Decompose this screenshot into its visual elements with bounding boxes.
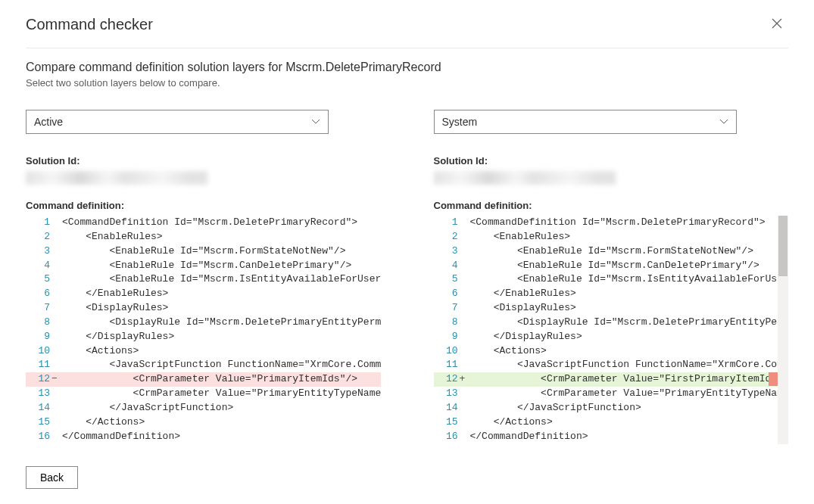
code-line: 7 <DisplayRules> xyxy=(434,301,778,316)
close-icon xyxy=(772,17,782,32)
code-line: 12 <CrmParameter Value="PrimaryItemIds"/… xyxy=(26,372,381,387)
code-line: 14 </JavaScriptFunction> xyxy=(434,401,778,415)
line-number: 12 xyxy=(434,372,470,387)
line-number: 9 xyxy=(434,330,470,344)
code-text: <DisplayRules> xyxy=(62,301,381,316)
line-number: 15 xyxy=(434,415,470,430)
code-line: 3 <EnableRule Id="Mscrm.FormStateNotNew"… xyxy=(434,244,778,259)
code-line: 5 <EnableRule Id="Mscrm.IsEntityAvailabl… xyxy=(434,272,778,287)
code-line: 4 <EnableRule Id="Mscrm.CanDeletePrimary… xyxy=(26,259,381,273)
code-text: </JavaScriptFunction> xyxy=(470,401,778,415)
solution-id-label: Solution Id: xyxy=(26,155,381,166)
code-text: </EnableRules> xyxy=(62,287,381,301)
command-definition-label: Command definition: xyxy=(26,200,381,211)
page-title: Command checker xyxy=(26,16,153,33)
code-text: <CommandDefinition Id="Mscrm.DeletePrima… xyxy=(62,216,381,230)
code-text: <Actions> xyxy=(62,344,381,359)
right-code-viewer[interactable]: 1<CommandDefinition Id="Mscrm.DeletePrim… xyxy=(434,216,789,444)
code-text: </CommandDefinition> xyxy=(62,430,381,444)
chevron-down-icon xyxy=(719,117,728,127)
code-line: 16</CommandDefinition> xyxy=(26,430,381,444)
code-text: </DisplayRules> xyxy=(62,330,381,344)
code-line: 4 <EnableRule Id="Mscrm.CanDeletePrimary… xyxy=(434,259,778,273)
code-line: 9 </DisplayRules> xyxy=(26,330,381,344)
code-text: </CommandDefinition> xyxy=(470,430,778,444)
command-definition-label: Command definition: xyxy=(434,200,789,211)
left-layer-dropdown[interactable]: Active xyxy=(26,110,329,134)
code-text: <EnableRule Id="Mscrm.CanDeletePrimary"/… xyxy=(62,259,381,273)
code-line: 8 <DisplayRule Id="Mscrm.DeletePrimaryEn… xyxy=(26,316,381,330)
code-line: 7 <DisplayRules> xyxy=(26,301,381,316)
code-text: </EnableRules> xyxy=(470,287,778,301)
code-line: 10 <Actions> xyxy=(26,344,381,359)
dropdown-value: Active xyxy=(34,116,63,128)
code-text: </Actions> xyxy=(62,415,381,430)
right-layer-dropdown[interactable]: System xyxy=(434,110,737,134)
code-line: 11 <JavaScriptFunction FunctionName="Xrm… xyxy=(26,358,381,372)
line-number: 5 xyxy=(26,272,62,287)
code-line: 5 <EnableRule Id="Mscrm.IsEntityAvailabl… xyxy=(26,272,381,287)
code-text: <EnableRules> xyxy=(470,230,778,244)
code-text: <DisplayRule Id="Mscrm.DeletePrimaryEnti… xyxy=(470,316,778,330)
line-number: 12 xyxy=(26,372,62,387)
line-number: 7 xyxy=(26,301,62,316)
code-text: <Actions> xyxy=(470,344,778,359)
code-text: </Actions> xyxy=(470,415,778,430)
line-number: 9 xyxy=(26,330,62,344)
line-number: 15 xyxy=(26,415,62,430)
left-layer-panel: Active Solution Id: Command definition: … xyxy=(26,110,381,444)
line-number: 2 xyxy=(434,230,470,244)
line-number: 2 xyxy=(26,230,62,244)
subtitle: Compare command definition solution laye… xyxy=(26,61,788,74)
code-text: <JavaScriptFunction FunctionName="XrmCor… xyxy=(62,358,381,372)
line-number: 5 xyxy=(434,272,470,287)
left-code-viewer[interactable]: 1<CommandDefinition Id="Mscrm.DeletePrim… xyxy=(26,216,381,444)
code-text: <EnableRules> xyxy=(62,230,381,244)
code-line: 13 <CrmParameter Value="PrimaryEntityTyp… xyxy=(26,387,381,401)
line-number: 10 xyxy=(434,344,470,359)
line-number: 8 xyxy=(26,316,62,330)
code-line: 1<CommandDefinition Id="Mscrm.DeletePrim… xyxy=(434,216,778,230)
code-text: <DisplayRule Id="Mscrm.DeletePrimaryEnti… xyxy=(62,316,381,330)
line-number: 16 xyxy=(26,430,62,444)
code-line: 1<CommandDefinition Id="Mscrm.DeletePrim… xyxy=(26,216,381,230)
vertical-scrollbar[interactable] xyxy=(778,216,788,444)
code-line: 8 <DisplayRule Id="Mscrm.DeletePrimaryEn… xyxy=(434,316,778,330)
code-text: <JavaScriptFunction FunctionName="XrmCor… xyxy=(470,358,778,372)
line-number: 1 xyxy=(26,216,62,230)
code-line: 10 <Actions> xyxy=(434,344,778,359)
line-number: 13 xyxy=(26,387,62,401)
line-number: 14 xyxy=(26,401,62,415)
code-text: <EnableRule Id="Mscrm.CanDeletePrimary"/… xyxy=(470,259,778,273)
code-text: <CrmParameter Value="PrimaryEntityTypeNa… xyxy=(62,387,381,401)
code-line: 15 </Actions> xyxy=(434,415,778,430)
code-text: <DisplayRules> xyxy=(470,301,778,316)
solution-id-label: Solution Id: xyxy=(434,155,789,166)
line-number: 11 xyxy=(26,358,62,372)
line-number: 6 xyxy=(26,287,62,301)
code-line: 2 <EnableRules> xyxy=(434,230,778,244)
close-button[interactable] xyxy=(766,14,788,36)
scrollbar-thumb[interactable] xyxy=(778,216,787,276)
code-line: 2 <EnableRules> xyxy=(26,230,381,244)
line-number: 3 xyxy=(26,244,62,259)
code-text: <CrmParameter Value="PrimaryEntityTypeNa… xyxy=(470,387,778,401)
line-number: 7 xyxy=(434,301,470,316)
line-number: 14 xyxy=(434,401,470,415)
code-line: 13 <CrmParameter Value="PrimaryEntityTyp… xyxy=(434,387,778,401)
code-text: <EnableRule Id="Mscrm.FormStateNotNew"/> xyxy=(470,244,778,259)
back-button[interactable]: Back xyxy=(26,466,78,489)
code-text: <CommandDefinition Id="Mscrm.DeletePrima… xyxy=(470,216,778,230)
line-number: 10 xyxy=(26,344,62,359)
line-number: 1 xyxy=(434,216,470,230)
dialog-footer: Back xyxy=(26,466,78,489)
code-text: <EnableRule Id="Mscrm.IsEntityAvailableF… xyxy=(62,272,381,287)
line-number: 4 xyxy=(434,259,470,273)
line-number: 11 xyxy=(434,358,470,372)
line-number: 3 xyxy=(434,244,470,259)
right-layer-panel: System Solution Id: Command definition: … xyxy=(434,110,789,444)
code-line: 14 </JavaScriptFunction> xyxy=(26,401,381,415)
line-number: 4 xyxy=(26,259,62,273)
code-line: 9 </DisplayRules> xyxy=(434,330,778,344)
code-line: 12 <CrmParameter Value="FirstPrimaryItem… xyxy=(434,372,778,387)
